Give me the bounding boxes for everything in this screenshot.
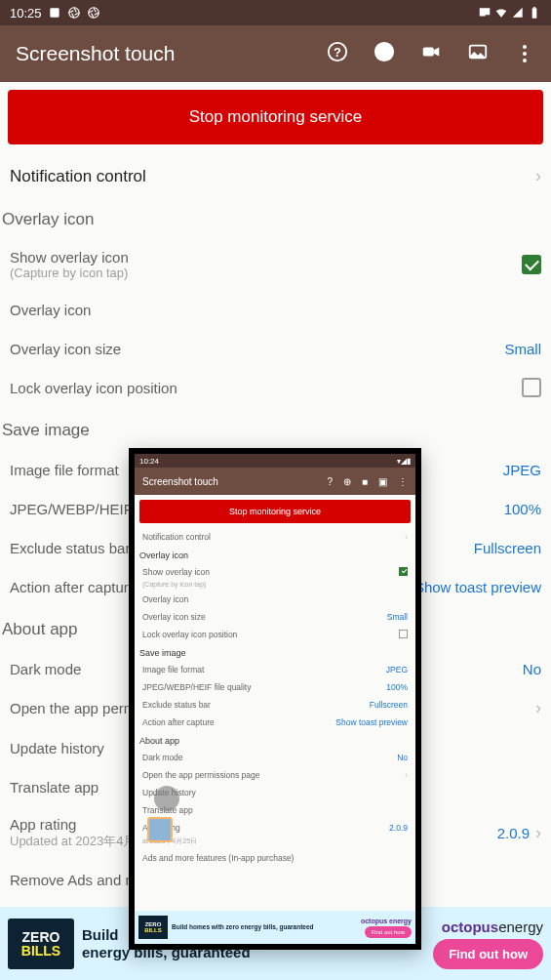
app-bar: Screenshot touch ? (0, 25, 551, 82)
chevron-right-icon: › (535, 698, 541, 718)
wifi-icon (494, 6, 508, 20)
overlay-size-value: Small (504, 341, 541, 357)
preview-thumbnail-icon (147, 817, 173, 842)
globe-icon[interactable] (374, 41, 395, 66)
quality-value: 100% (504, 501, 541, 517)
svg-point-1 (68, 8, 79, 19)
battery-icon (528, 6, 541, 20)
aperture-icon-2 (87, 6, 100, 20)
lock-overlay-row[interactable]: Lock overlay icon position (0, 368, 551, 407)
lock-overlay-label: Lock overlay icon position (10, 380, 522, 396)
aperture-icon (67, 6, 81, 20)
signal-icon (511, 6, 525, 20)
exclude-status-value: Fullscreen (474, 540, 541, 556)
video-icon[interactable] (420, 41, 442, 66)
ad-brand: octopusenergy (442, 919, 543, 935)
svg-rect-4 (533, 7, 535, 8)
dark-mode-value: No (523, 661, 541, 677)
overlay-size-label: Overlay icon size (10, 341, 504, 357)
stop-monitoring-button[interactable]: Stop monitoring service (8, 90, 543, 144)
chevron-right-icon: › (535, 823, 541, 843)
chevron-right-icon: › (535, 166, 541, 186)
app-indicator-icon (48, 6, 61, 20)
help-icon[interactable]: ? (327, 41, 348, 66)
save-section-header: Save image (0, 407, 551, 450)
show-overlay-row[interactable]: Show overlay icon (Capture by icon tap) (0, 239, 551, 290)
screenshot-preview-overlay[interactable]: 10:24▾◢▮ Screenshot touch ?⊕■▣⋮ Stop mon… (129, 448, 421, 950)
action-after-value: Show toast preview (414, 579, 541, 595)
svg-text:?: ? (334, 45, 341, 60)
show-overlay-label: Show overlay icon (10, 249, 522, 265)
preview-stop-button: Stop monitoring service (139, 500, 411, 523)
svg-rect-3 (532, 8, 537, 18)
rating-value: 2.0.9 (497, 825, 530, 841)
status-bar: 10:25 (0, 0, 551, 25)
status-time: 10:25 (10, 6, 42, 20)
overlay-section-header: Overlay icon (0, 196, 551, 239)
svg-rect-0 (50, 8, 59, 17)
ad-cta-button[interactable]: Find out how (433, 939, 543, 969)
overlay-icon-label: Overlay icon (10, 302, 541, 318)
preview-app-bar: Screenshot touch ?⊕■▣⋮ (135, 468, 415, 495)
image-icon[interactable] (467, 41, 489, 66)
show-overlay-sub: (Capture by icon tap) (10, 265, 522, 280)
show-overlay-checkbox[interactable] (522, 255, 541, 274)
preview-status-bar: 10:24▾◢▮ (135, 454, 415, 468)
preview-ad: ZEROBILLS Build homes with zero energy b… (135, 911, 415, 944)
image-format-value: JPEG (503, 462, 541, 478)
overlay-size-row[interactable]: Overlay icon size Small (0, 329, 551, 368)
more-icon[interactable] (514, 43, 535, 64)
lock-overlay-checkbox[interactable] (522, 378, 541, 397)
app-title: Screenshot touch (16, 42, 327, 65)
overlay-icon-row[interactable]: Overlay icon (0, 290, 551, 329)
preview-touch-indicator (154, 786, 179, 811)
notification-control-row[interactable]: Notification control › (0, 152, 551, 196)
zero-bills-logo: ZEROBILLS (8, 919, 74, 969)
cast-icon (478, 6, 492, 20)
notification-control-label: Notification control (10, 167, 146, 186)
content: Stop monitoring service (0, 82, 551, 152)
svg-point-2 (88, 8, 98, 19)
svg-rect-8 (423, 47, 434, 56)
